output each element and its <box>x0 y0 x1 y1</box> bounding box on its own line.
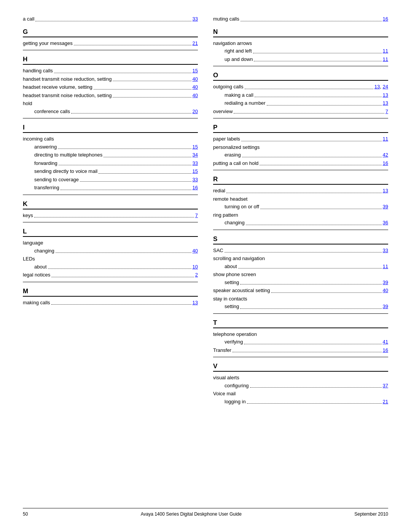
entry-navigation-arrows: navigation arrows <box>213 40 388 47</box>
entry-page[interactable]: 42 <box>383 151 388 159</box>
entry-dots <box>254 61 381 61</box>
entry-speaker-acoustical: speaker acoustical setting 40 <box>213 287 388 294</box>
entry-label: remote headset <box>213 196 247 202</box>
entry-label: Voice mail <box>213 391 236 396</box>
entry-dots <box>260 209 382 209</box>
entry-forwarding: forwarding 33 <box>23 160 198 167</box>
entry-leds-about: about 10 <box>23 263 198 271</box>
entry-page[interactable]: 13 <box>383 99 388 107</box>
entry-page[interactable]: 13 <box>193 299 198 307</box>
entry-legal-notices: legal notices 2 <box>23 271 198 279</box>
entry-page[interactable]: 7 <box>195 212 198 219</box>
entry-page[interactable]: 34 <box>193 151 198 159</box>
entry-dots <box>48 268 191 269</box>
entry-label: redial <box>213 187 225 195</box>
entry-label: speaker acoustical setting <box>213 287 270 294</box>
entry-page[interactable]: 39 <box>383 279 388 286</box>
entry-language-changing: changing 40 <box>23 247 198 255</box>
entry-dots <box>80 181 191 182</box>
entry-page[interactable]: 33 <box>383 247 388 254</box>
entry-right-left: right and left 11 <box>213 47 388 55</box>
entry-dots <box>255 97 382 97</box>
entry-label: legal notices <box>23 271 50 279</box>
entry-keys: keys 7 <box>23 212 198 219</box>
entry-page[interactable]: 40 <box>193 83 198 91</box>
entry-incoming-calls: incoming calls <box>23 135 198 143</box>
entry-dots <box>241 21 382 21</box>
entry-page[interactable]: 16 <box>383 15 388 23</box>
section-divider <box>213 66 388 66</box>
entry-page[interactable]: 33 <box>193 160 198 167</box>
entry-scrolling-navigation: scrolling and navigation <box>213 255 388 262</box>
entry-page[interactable]: 20 <box>193 108 198 115</box>
entry-label: SAC <box>213 247 223 254</box>
entry-page[interactable]: 15 <box>193 143 198 151</box>
section-header-p: P <box>213 124 388 133</box>
entry-page[interactable]: 10 <box>193 263 198 271</box>
entry-redial: redial 13 <box>213 187 388 195</box>
entry-page[interactable]: 11 <box>383 263 388 270</box>
entry-page[interactable]: 40 <box>383 287 388 294</box>
entry-label: ring pattern <box>213 212 238 218</box>
entry-page[interactable]: 11 <box>383 47 388 55</box>
entry-redialing: redialing a number 13 <box>213 99 388 107</box>
entry-page[interactable]: 40 <box>193 92 198 99</box>
entry-label: changing <box>225 219 245 227</box>
entry-page[interactable]: 21 <box>193 40 198 47</box>
entry-page[interactable]: 13, 24 <box>374 83 388 91</box>
entry-page[interactable]: 15 <box>193 67 198 75</box>
entry-dots <box>226 193 382 193</box>
section-divider <box>213 313 388 314</box>
entry-page[interactable]: 37 <box>383 382 388 390</box>
entry-page[interactable]: 11 <box>383 56 388 63</box>
entry-label: headset receive volume, setting <box>23 83 92 91</box>
entry-label: logging in <box>225 398 246 406</box>
entry-page[interactable]: 21 <box>383 398 388 406</box>
entry-label: making a call <box>225 91 253 99</box>
page: a call 33 G getting your messages 21 H h… <box>23 15 388 517</box>
entry-page[interactable]: 16 <box>193 184 198 192</box>
section-header-i: I <box>23 124 198 133</box>
entry-page[interactable]: 41 <box>383 338 388 346</box>
entry-telephone-operation: telephone operation <box>213 331 388 338</box>
entry-muting-calls: muting calls 16 <box>213 15 388 23</box>
entry-dots <box>225 252 382 252</box>
entry-dots <box>241 141 382 141</box>
entry-page[interactable]: 13 <box>383 187 388 195</box>
entry-dots <box>260 165 381 165</box>
entry-dots <box>56 252 191 253</box>
entry-transferring: transferring 16 <box>23 184 198 192</box>
section-header-s: S <box>213 235 388 244</box>
entry-page[interactable]: 2 <box>195 271 198 279</box>
entry-page[interactable]: 39 <box>383 203 388 211</box>
entry-page[interactable]: 11 <box>383 135 388 143</box>
section-header-o: O <box>213 72 388 81</box>
entry-label: a call <box>23 15 34 23</box>
entry-dots <box>247 403 382 404</box>
entry-page[interactable]: 40 <box>193 75 198 83</box>
entry-page[interactable]: 15 <box>193 168 198 175</box>
entry-page[interactable]: 33 <box>193 176 198 184</box>
entry-paper-labels: paper labels 11 <box>213 135 388 143</box>
section-divider <box>213 170 388 170</box>
section-header-n: N <box>213 28 388 37</box>
entry-label: up and down <box>225 56 253 63</box>
entry-dots <box>250 387 382 388</box>
entry-leds: LEDs <box>23 255 198 263</box>
entry-label: configuring <box>225 382 249 390</box>
entry-page[interactable]: 33 <box>193 15 198 23</box>
entry-page[interactable]: 13 <box>383 91 388 99</box>
entry-page[interactable]: 36 <box>383 219 388 227</box>
entry-page[interactable]: 39 <box>383 303 388 310</box>
entry-page[interactable]: 7 <box>386 108 388 115</box>
entry-stay-in-contacts: stay in contacts <box>213 295 388 303</box>
footer-date: September 2010 <box>354 511 388 517</box>
entry-page[interactable]: 40 <box>193 247 198 255</box>
entry-up-down: up and down 11 <box>213 56 388 63</box>
entry-page[interactable]: 16 <box>383 347 388 354</box>
entry-dots <box>244 344 381 344</box>
entry-page[interactable]: 16 <box>383 160 388 167</box>
section-divider <box>213 118 388 118</box>
section-header-m: M <box>23 288 198 297</box>
entry-headset-transmit: headset transmit noise reduction, settin… <box>23 92 198 99</box>
